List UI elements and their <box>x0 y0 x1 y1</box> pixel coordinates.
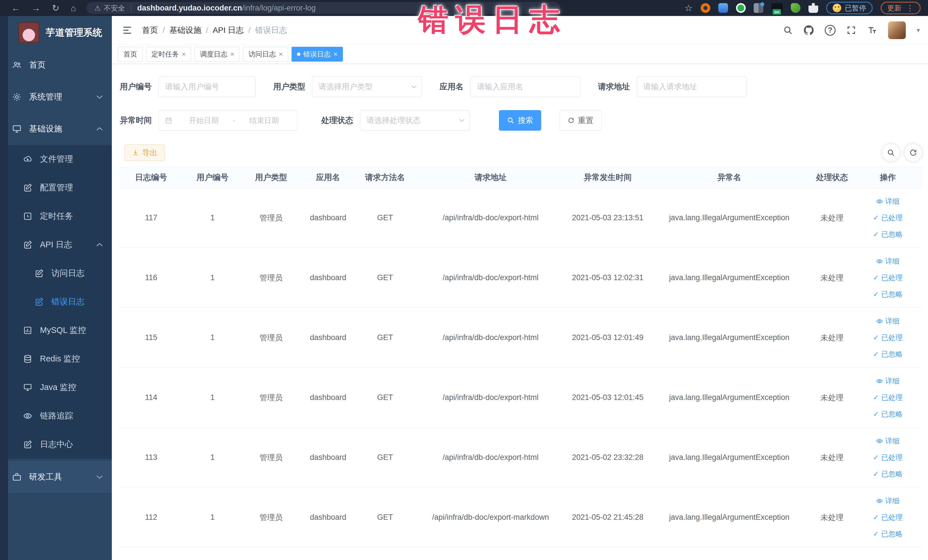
check-icon: ✓ <box>873 350 879 358</box>
github-icon[interactable] <box>804 25 814 35</box>
sidebar-item-config-manage[interactable]: 配置管理 <box>8 174 112 202</box>
close-icon[interactable]: × <box>279 50 283 58</box>
date-range-picker[interactable]: 开始日期 - 结束日期 <box>159 110 297 131</box>
cell-app-name: dashboard <box>299 368 357 428</box>
breadcrumb-item[interactable]: API 日志 <box>213 25 244 36</box>
process-status-select[interactable]: 请选择处理状态 <box>360 110 470 131</box>
sidebar-item-label: Java 监控 <box>40 382 76 393</box>
extension-leaf-icon[interactable] <box>791 3 800 13</box>
sidebar-item-file-manage[interactable]: 文件管理 <box>8 145 112 174</box>
request-url-input[interactable] <box>637 76 746 97</box>
check-icon: ✓ <box>873 334 879 342</box>
cell-method: GET <box>357 248 414 308</box>
mark-processed-link[interactable]: ✓ 已处理 <box>873 449 903 466</box>
sidebar-item-infra[interactable]: 基础设施 <box>8 113 112 145</box>
mark-processed-link[interactable]: ✓ 已处理 <box>873 270 903 286</box>
paused-pill-button[interactable]: 已暂停 <box>826 2 873 14</box>
monitor-icon <box>11 124 22 134</box>
sidebar-item-api-log[interactable]: API 日志 <box>8 230 112 259</box>
refresh-table-button[interactable] <box>905 144 922 161</box>
breadcrumb-item[interactable]: 基础设施 <box>169 25 201 36</box>
sidebar-item-error-log[interactable]: 错误日志 <box>8 288 112 316</box>
tab-error-log[interactable]: 错误日志 × <box>292 47 343 62</box>
chevron-down-icon[interactable]: ▾ <box>917 26 920 34</box>
browser-menu-kebab-icon[interactable]: ⋮ <box>906 3 914 13</box>
home-icon[interactable]: ⌂ <box>71 4 76 12</box>
mark-ignored-link[interactable]: ✓ 已忽略 <box>873 526 903 542</box>
cell-status: 未处理 <box>811 308 853 368</box>
check-icon: ✓ <box>873 470 879 478</box>
extension-orange-icon[interactable] <box>701 3 710 13</box>
tab-home[interactable]: 首页 <box>118 47 143 62</box>
update-pill-button[interactable]: 更新 ⋮ <box>881 2 920 14</box>
export-button[interactable]: 导出 <box>124 144 165 161</box>
cell-time: 2021-05-03 12:02:31 <box>568 248 648 308</box>
sidebar-item-redis-monitor[interactable]: Redis 监控 <box>8 345 112 373</box>
detail-link[interactable]: 详细 <box>876 433 899 449</box>
user-type-select[interactable]: 请选择用户类型 <box>312 76 422 97</box>
mark-ignored-link[interactable]: ✓ 已忽略 <box>873 406 903 423</box>
mark-processed-link[interactable]: ✓ 已处理 <box>873 330 903 346</box>
close-icon[interactable]: × <box>230 50 234 58</box>
search-button[interactable]: 搜索 <box>499 110 541 131</box>
sidebar-item-access-log[interactable]: 访问日志 <box>8 259 112 288</box>
detail-link[interactable]: 详细 <box>876 313 899 330</box>
toggle-search-button[interactable] <box>882 144 899 161</box>
font-size-icon[interactable] <box>867 25 877 35</box>
hamburger-icon[interactable] <box>122 25 132 35</box>
edit-icon <box>22 440 33 449</box>
mark-ignored-link[interactable]: ✓ 已忽略 <box>873 346 903 363</box>
annotation-overlay: 错误日志 <box>418 3 566 36</box>
extensions-puzzle-icon[interactable] <box>809 3 818 13</box>
request-url-label: 请求地址 <box>598 81 630 92</box>
emoji-face-icon <box>833 4 841 12</box>
cell-log-id: 113 <box>120 428 182 488</box>
extension-blue-icon[interactable] <box>718 3 728 13</box>
extension-green-icon[interactable] <box>736 3 746 13</box>
bookmark-star-icon[interactable]: ☆ <box>684 3 693 14</box>
extension-on-icon[interactable]: on <box>771 3 783 13</box>
detail-link[interactable]: 详细 <box>876 493 899 509</box>
detail-link[interactable]: 详细 <box>876 193 899 210</box>
mark-processed-link[interactable]: ✓ 已处理 <box>873 509 903 526</box>
sidebar-item-cron-job[interactable]: 定时任务 <box>8 202 112 230</box>
avatar[interactable] <box>888 21 906 39</box>
close-icon[interactable]: × <box>333 50 337 58</box>
sidebar-item-dev-tools[interactable]: 研发工具 <box>8 461 112 493</box>
sidebar-item-mysql-monitor[interactable]: MySQL 监控 <box>8 316 112 345</box>
app-name-input[interactable] <box>470 76 580 97</box>
extension-grid-icon[interactable] <box>754 3 763 13</box>
tab-access-log[interactable]: 访问日志 × <box>243 47 288 62</box>
security-label: 不安全 <box>104 3 125 13</box>
sidebar-item-home[interactable]: 首页 <box>8 49 112 81</box>
help-icon[interactable]: ? <box>825 25 836 36</box>
close-icon[interactable]: × <box>182 50 186 58</box>
breadcrumb-item[interactable]: 首页 <box>142 25 158 36</box>
sidebar-item-log-center[interactable]: 日志中心 <box>8 430 112 459</box>
forward-icon[interactable]: → <box>32 4 41 12</box>
search-icon[interactable] <box>783 25 793 35</box>
reset-button[interactable]: 重置 <box>559 110 601 131</box>
back-icon[interactable]: ← <box>11 4 20 12</box>
fullscreen-icon[interactable] <box>846 25 856 35</box>
sidebar-item-system[interactable]: 系统管理 <box>8 81 112 113</box>
mark-ignored-link[interactable]: ✓ 已忽略 <box>873 286 903 303</box>
detail-link[interactable]: 详细 <box>876 253 899 270</box>
mark-ignored-link[interactable]: ✓ 已忽略 <box>873 226 903 243</box>
mark-ignored-link[interactable]: ✓ 已忽略 <box>873 466 903 482</box>
table-toolbar: 导出 <box>120 144 922 162</box>
cell-actions: 详细 ✓ 已处理 ✓ 已忽略 <box>853 488 922 548</box>
sidebar-item-tracing[interactable]: 链路追踪 <box>8 402 112 430</box>
tab-cron-job[interactable]: 定时任务 × <box>146 47 191 62</box>
user-id-input[interactable] <box>159 76 256 97</box>
reload-icon[interactable]: ↻ <box>52 4 60 12</box>
mark-processed-link[interactable]: ✓ 已处理 <box>873 389 903 406</box>
sidebar-item-java-monitor[interactable]: Java 监控 <box>8 373 112 402</box>
cell-exception: java.lang.IllegalArgumentException <box>648 308 811 368</box>
tab-schedule-log[interactable]: 调度日志 × <box>195 47 240 62</box>
mark-processed-link[interactable]: ✓ 已处理 <box>873 210 903 226</box>
check-icon: ✓ <box>873 410 879 418</box>
users-icon <box>11 60 22 70</box>
detail-link[interactable]: 详细 <box>876 373 899 389</box>
app-logo-row[interactable]: 芋道管理系统 <box>8 16 112 49</box>
